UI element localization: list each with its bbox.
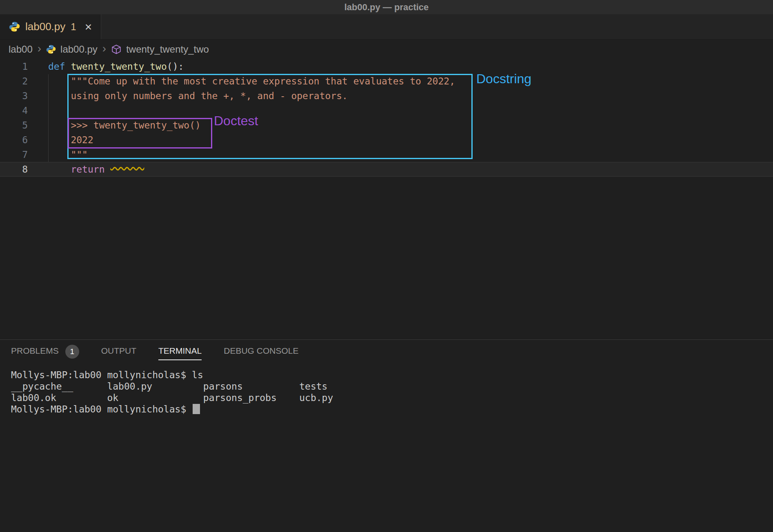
line-number: 3 [0,89,41,103]
window-titlebar: lab00.py — practice [0,0,773,14]
breadcrumb-symbol[interactable]: twenty_twenty_two [126,44,209,55]
breadcrumb-folder[interactable]: lab00 [9,44,33,55]
line-number: 8 [0,162,41,177]
code-line-8[interactable]: 8 return ______ [0,162,773,177]
code-line-3[interactable]: 3 using only numbers and the +, *, and -… [0,89,773,103]
breadcrumb: lab00 › lab00.py › twenty_twenty_two [0,40,773,59]
editor-tab-bar: lab00.py 1 × [0,14,773,40]
panel-tab-problems[interactable]: PROBLEMS1 [11,345,79,361]
line-number: 1 [0,59,41,74]
chevron-right-icon: › [102,43,107,56]
line-number: 4 [0,103,41,118]
python-icon [46,44,56,54]
code-line-5[interactable]: 5 >>> twenty_twenty_two() [0,118,773,133]
panel-tab-label: PROBLEMS [11,346,59,360]
code-line-2[interactable]: 2 """Come up with the most creative expr… [0,74,773,89]
code-line-1[interactable]: 1def twenty_twenty_two(): [0,59,773,74]
code-text: return ______ [48,162,144,177]
code-text: def twenty_twenty_two(): [48,59,184,74]
code-text: 2022 [48,133,93,147]
line-number: 6 [0,133,41,147]
terminal-line: lab00.ok ok parsons_probs ucb.py [11,392,773,403]
panel-tab-label: DEBUG CONSOLE [224,346,298,360]
bottom-panel: PROBLEMS1OUTPUTTERMINALDEBUG CONSOLE Mol… [0,339,773,532]
python-icon [9,21,20,32]
terminal-line: Mollys-MBP:lab00 mollynicholas$ [11,403,773,415]
panel-tab-output[interactable]: OUTPUT [101,346,136,360]
line-number: 2 [0,74,41,89]
window-title: lab00.py — practice [344,2,429,13]
code-text: using only numbers and the +, *, and - o… [48,89,348,103]
problems-count-badge: 1 [65,345,79,359]
line-number: 5 [0,118,41,133]
terminal-line: __pycache__ lab00.py parsons tests [11,381,773,392]
code-line-4[interactable]: 4 [0,103,773,118]
tab-lab00-py[interactable]: lab00.py 1 × [0,14,101,39]
code-text: """Come up with the most creative expres… [48,74,455,89]
panel-tab-terminal[interactable]: TERMINAL [158,346,202,360]
code-text: """ [48,147,88,162]
code-line-7[interactable]: 7 """ [0,147,773,162]
panel-tab-label: TERMINAL [158,346,202,360]
line-number: 7 [0,147,41,162]
close-icon[interactable]: × [85,21,92,33]
panel-tab-bar: PROBLEMS1OUTPUTTERMINALDEBUG CONSOLE [0,340,773,366]
terminal[interactable]: Mollys-MBP:lab00 mollynicholas$ ls__pyca… [0,366,773,415]
tab-problem-count: 1 [71,21,76,33]
code-text: >>> twenty_twenty_two() [48,118,201,133]
code-editor[interactable]: 1def twenty_twenty_two():2 """Come up wi… [0,59,773,339]
code-line-6[interactable]: 6 2022 [0,133,773,147]
symbol-cube-icon [111,44,122,55]
chevron-right-icon: › [37,43,42,56]
terminal-cursor [193,404,200,414]
terminal-line: Mollys-MBP:lab00 mollynicholas$ ls [11,369,773,381]
warning-squiggle: ______ [110,164,144,175]
panel-tab-debug-console[interactable]: DEBUG CONSOLE [224,346,298,360]
tab-label: lab00.py [25,20,65,33]
panel-tab-label: OUTPUT [101,346,136,360]
breadcrumb-file[interactable]: lab00.py [60,44,98,55]
